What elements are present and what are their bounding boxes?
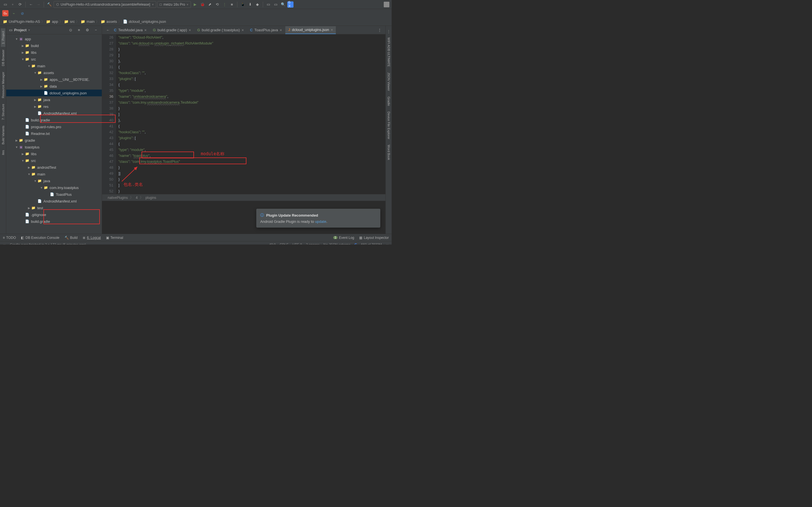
- tree-item-test[interactable]: ▶📁test: [6, 205, 102, 211]
- tree-item-gradle[interactable]: ▶📁gradle: [6, 137, 102, 144]
- tabs-prev-icon[interactable]: ←: [105, 27, 111, 33]
- close-icon[interactable]: ×: [242, 28, 244, 33]
- gutter-tab-variants[interactable]: Build Variants: [1, 123, 5, 147]
- search-icon[interactable]: 🔍: [280, 1, 286, 8]
- run-config-selector[interactable]: ⌬ UniPlugin-Hello-AS:unitoandroidcamera …: [54, 1, 156, 8]
- tree-item-androidtest[interactable]: ▶📁androidTest: [6, 164, 102, 171]
- tree-item-toastplus[interactable]: 📄ToastPlus: [6, 191, 102, 198]
- open-icon[interactable]: ▭: [2, 1, 8, 8]
- todo-button[interactable]: ≡ TODO: [3, 236, 16, 240]
- tree-item-com-lmy-toastplus[interactable]: ▼📁com.lmy.toastplus: [6, 184, 102, 191]
- gutter-tab-word[interactable]: Word Book: [387, 142, 391, 163]
- breadcrumb-item[interactable]: 📁 src: [64, 19, 75, 24]
- tree-item--gitignore[interactable]: 📄.gitignore: [6, 211, 102, 218]
- coverage-icon[interactable]: ⬈: [207, 1, 213, 8]
- tree-item-app[interactable]: ▼▣app: [6, 36, 102, 42]
- project-tree[interactable]: ▼▣app▶📁build▶📁libs▼📁src▼📁main▼📁assets▶📁a…: [6, 34, 102, 234]
- back-icon[interactable]: ←: [28, 1, 34, 8]
- sync-icon[interactable]: ⟳: [17, 1, 23, 8]
- tree-item-java[interactable]: ▼📁java: [6, 177, 102, 184]
- update-link[interactable]: update: [315, 219, 326, 224]
- code-editor[interactable]: "name": "Dcloud-RichAlert", "class": "un…: [116, 34, 386, 194]
- status-schema[interactable]: No JSON schema: [323, 243, 350, 245]
- breadcrumb-item[interactable]: 📁 app: [46, 19, 58, 24]
- event-log-button[interactable]: 1 Event Log: [333, 236, 354, 240]
- breadcrumb-item[interactable]: 📁 UniPlugin-Hello-AS: [3, 19, 40, 24]
- logcat-button[interactable]: ≣ 6: Logcat: [83, 236, 101, 240]
- tree-item-libs[interactable]: ▶📁libs: [6, 49, 102, 56]
- editor-tab[interactable]: Gbuild.gradle (:toastplus)×: [194, 26, 246, 34]
- tree-item-androidmanifest-xml[interactable]: 📄AndroidManifest.xml: [6, 198, 102, 205]
- gutter-tab-resource[interactable]: Resource Manager: [1, 69, 5, 101]
- db-console-button[interactable]: ◧ DB Execution Console: [21, 236, 59, 240]
- breadcrumb-item[interactable]: 📄 dcloud_uniplugins.json: [123, 19, 166, 24]
- tree-item-res[interactable]: ▶📁res: [6, 103, 102, 110]
- gutter-tab-device[interactable]: Device File Explorer: [387, 109, 391, 142]
- gear-icon[interactable]: ⚙: [84, 27, 91, 33]
- target-icon[interactable]: ⊙: [67, 27, 73, 33]
- tabs-menu-icon[interactable]: ⋮: [376, 27, 383, 33]
- profile-icon[interactable]: ⟲: [214, 1, 220, 8]
- gutter-tab-json[interactable]: JSON Viewer: [387, 69, 391, 94]
- stop-icon[interactable]: ■: [229, 1, 235, 8]
- breadcrumb-item[interactable]: 📁 main: [81, 19, 94, 24]
- status-eol[interactable]: CRLF: [280, 243, 289, 245]
- tree-item-proguard-rules-pro[interactable]: 📄proguard-rules.pro: [6, 123, 102, 130]
- gutter-tab-gradle[interactable]: Gradle: [387, 94, 391, 109]
- g-icon[interactable]: G₂: [2, 10, 8, 16]
- collapse-icon[interactable]: ≡: [76, 27, 82, 33]
- run-icon[interactable]: ▶: [192, 1, 198, 8]
- gutter-tab-project[interactable]: 1: Project: [1, 28, 5, 47]
- no-entry-icon[interactable]: ⊘: [19, 10, 26, 16]
- tree-item-dcloud-uniplugins-json[interactable]: 📄dcloud_uniplugins.json: [6, 90, 102, 96]
- tree-item-src[interactable]: ▼📁src: [6, 157, 102, 164]
- gutter-tab-ites[interactable]: ites: [1, 147, 5, 158]
- tree-item-assets[interactable]: ▼📁assets: [6, 69, 102, 76]
- editor-tab[interactable]: Gbuild.gradle (:app)×: [150, 26, 194, 34]
- translate-icon[interactable]: G文: [287, 1, 294, 8]
- tree-item-build[interactable]: ▶📁build: [6, 42, 102, 49]
- gutter-tab-wifi[interactable]: WIFI ADB ULTIMATE: [387, 35, 391, 69]
- build-icon[interactable]: 🔨: [46, 1, 52, 8]
- save-icon[interactable]: ▫: [10, 1, 16, 8]
- attach-icon[interactable]: ⋮: [221, 1, 227, 8]
- status-indent[interactable]: 2 spaces: [306, 243, 319, 245]
- tree-item-build-gradle[interactable]: 📄build.gradle: [6, 117, 102, 123]
- hide-icon[interactable]: −: [93, 27, 99, 33]
- tree-item-toastplus[interactable]: ▼▣toastplus: [6, 144, 102, 151]
- build-button[interactable]: 🔨 Build: [64, 236, 78, 240]
- breadcrumb-item[interactable]: 📁 assets: [101, 19, 117, 24]
- status-enc[interactable]: UTF-8: [292, 243, 302, 245]
- editor-tab[interactable]: Jdcloud_uniplugins.json×: [285, 26, 336, 34]
- device-selector[interactable]: □ meizu 16s Pro ▾: [157, 1, 191, 8]
- status-pos[interactable]: 49:8: [269, 243, 276, 245]
- tree-item-build-gradle[interactable]: 📄build.gradle: [6, 218, 102, 225]
- pulse-icon[interactable]: ⌁: [11, 10, 17, 16]
- terminal-button[interactable]: ▣ Terminal: [106, 236, 123, 240]
- gutter-tab-structure[interactable]: 7: Structure: [1, 101, 5, 123]
- tree-item-androidmanifest-xml[interactable]: 📄AndroidManifest.xml: [6, 110, 102, 117]
- avd-icon[interactable]: 📱: [240, 1, 246, 8]
- update-notification[interactable]: ⓘ Plugin Update Recommended Android Grad…: [256, 209, 380, 228]
- tree-item-apps---uni--9d7f03e-[interactable]: ▶📁apps.__UNI__9D7F03E.: [6, 76, 102, 83]
- tree-item-java[interactable]: ▶📁java: [6, 96, 102, 103]
- capture2-icon[interactable]: ▭: [273, 1, 279, 8]
- close-icon[interactable]: ×: [331, 27, 333, 32]
- forward-icon[interactable]: →: [35, 1, 42, 8]
- gutter-tab-db[interactable]: DB Browser: [1, 47, 5, 69]
- debug-icon[interactable]: 🐞: [199, 1, 206, 8]
- capture-icon[interactable]: ▭: [265, 1, 271, 8]
- tree-item-data[interactable]: ▶📁data: [6, 83, 102, 90]
- tree-item-src[interactable]: ▼📁src: [6, 56, 102, 62]
- sdk-icon[interactable]: ⬇: [247, 1, 253, 8]
- close-icon[interactable]: ×: [189, 28, 191, 33]
- editor-tab[interactable]: CTestModel.java×: [111, 26, 149, 34]
- layout-inspector-button[interactable]: ▦ Layout Inspector: [359, 236, 389, 240]
- close-icon[interactable]: ×: [280, 28, 282, 33]
- tree-item-main[interactable]: ▼📁main: [6, 62, 102, 69]
- resource-icon[interactable]: ◆: [254, 1, 260, 8]
- tree-item-libs[interactable]: ▶📁libs: [6, 151, 102, 157]
- editor-tab[interactable]: CToastPlus.java×: [247, 26, 285, 34]
- close-icon[interactable]: ×: [144, 28, 147, 33]
- tree-item-readme-txt[interactable]: 📄Readme.txt: [6, 130, 102, 137]
